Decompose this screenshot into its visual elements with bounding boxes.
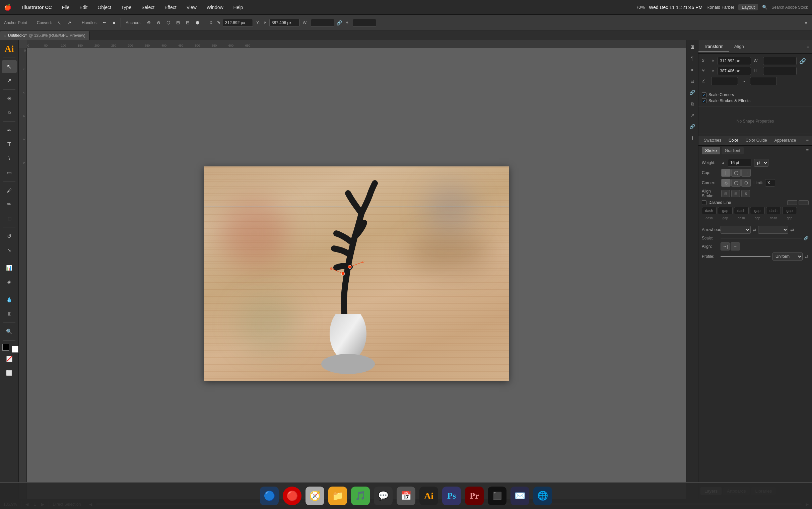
zoom-tool[interactable]: 🔍 bbox=[2, 325, 17, 338]
dock-messages[interactable]: 💬 bbox=[374, 486, 393, 505]
align-center-btn[interactable]: ⊟ bbox=[721, 190, 730, 197]
profile-select[interactable]: Uniform bbox=[773, 252, 803, 261]
convert-btn-2[interactable]: ↗ bbox=[65, 19, 73, 27]
artboard[interactable] bbox=[204, 166, 509, 381]
tab-align[interactable]: Align bbox=[729, 41, 749, 52]
chain-link-panel[interactable]: 🔗 bbox=[799, 58, 806, 64]
x-value-input[interactable] bbox=[717, 57, 751, 65]
stock-search[interactable]: Search Adobe Stock bbox=[772, 5, 808, 10]
tab-transform[interactable]: Transform bbox=[699, 41, 729, 52]
scale-strokes-checkbox[interactable]: ✓ bbox=[702, 98, 707, 103]
tab-gradient[interactable]: Gradient bbox=[721, 147, 744, 155]
anchor-btn-1[interactable]: ⊕ bbox=[145, 19, 153, 27]
menu-effect[interactable]: Effect bbox=[163, 4, 178, 11]
ai-logo-button[interactable]: Ai bbox=[2, 42, 17, 56]
dock-mail[interactable]: ✉️ bbox=[510, 486, 529, 505]
color-panel-menu[interactable]: ≡ bbox=[805, 136, 810, 145]
tab-color[interactable]: Color bbox=[725, 136, 742, 145]
gap-field-2[interactable]: gap bbox=[750, 207, 765, 214]
graph-tool[interactable]: 📊 bbox=[2, 261, 17, 275]
dash-pattern-icon-1[interactable] bbox=[787, 200, 797, 205]
eraser-tool[interactable]: ◻ bbox=[2, 212, 17, 225]
dock-terminal[interactable]: ⬛ bbox=[488, 486, 507, 505]
panel-icon-circle[interactable]: ● bbox=[688, 65, 697, 74]
dock-chrome[interactable]: 🔴 bbox=[283, 486, 302, 505]
paintbrush-tool[interactable]: 🖌 bbox=[2, 183, 17, 197]
dock-finder[interactable]: 🔵 bbox=[260, 486, 279, 505]
dash-field-2[interactable]: dash bbox=[734, 207, 749, 214]
corner-round-btn[interactable]: ◯ bbox=[731, 179, 741, 187]
anchor-btn-4[interactable]: ⊞ bbox=[174, 19, 182, 27]
weight-unit-select[interactable]: pt px bbox=[754, 159, 769, 167]
tab-swatches[interactable]: Swatches bbox=[701, 136, 724, 145]
menu-app-name[interactable]: Illustrator CC bbox=[20, 4, 54, 11]
handle-btn-1[interactable]: ✒ bbox=[101, 19, 108, 27]
dash-field-3[interactable]: dash bbox=[766, 207, 781, 214]
canvas-bg[interactable] bbox=[27, 48, 686, 499]
y-input[interactable] bbox=[269, 19, 300, 27]
canvas-area[interactable]: 0 50 100 150 200 250 300 350 400 450 500… bbox=[19, 40, 686, 499]
dash-field-1[interactable]: dash bbox=[702, 207, 716, 214]
rotate-tool[interactable]: ↺ bbox=[2, 229, 17, 243]
h-input[interactable] bbox=[353, 19, 376, 27]
pencil-tool[interactable]: ✏ bbox=[2, 198, 17, 211]
angle-input[interactable] bbox=[711, 77, 738, 85]
rp-menu-icon[interactable]: ≡ bbox=[804, 44, 812, 49]
menu-file[interactable]: File bbox=[60, 4, 72, 11]
dock-folder[interactable]: 📁 bbox=[328, 486, 347, 505]
dock-itunes[interactable]: 🎵 bbox=[351, 486, 370, 505]
tab-stroke[interactable]: Stroke bbox=[702, 147, 720, 155]
dock-illustrator[interactable]: Ai bbox=[419, 486, 438, 505]
align-outside-btn[interactable]: ⊠ bbox=[741, 190, 750, 197]
gradient-tool[interactable]: ◈ bbox=[2, 275, 17, 289]
dock-premiere[interactable]: Pr bbox=[465, 486, 484, 505]
fill-swatch[interactable] bbox=[2, 344, 9, 350]
type-tool[interactable]: T bbox=[2, 138, 17, 151]
antler-artwork[interactable] bbox=[304, 176, 405, 327]
convert-btn-1[interactable]: ↖ bbox=[55, 19, 63, 27]
panel-icon-transform[interactable]: ⊞ bbox=[688, 42, 697, 52]
shear-input[interactable] bbox=[750, 77, 777, 85]
sg-panel-menu[interactable]: ≡ bbox=[806, 147, 809, 155]
doc-tab-close-icon[interactable]: × bbox=[4, 34, 6, 37]
cap-round-btn[interactable]: ◯ bbox=[731, 169, 741, 177]
anchor-btn-3[interactable]: ⬡ bbox=[165, 19, 172, 27]
limit-input[interactable]: X bbox=[765, 179, 775, 186]
panel-icon-align[interactable]: ⊟ bbox=[688, 76, 697, 86]
dock-something[interactable]: 🌐 bbox=[533, 486, 552, 505]
panel-icon-text[interactable]: ¶ bbox=[688, 54, 697, 63]
weight-up-icon[interactable]: ▲ bbox=[721, 160, 725, 165]
lasso-tool[interactable]: ⌾ bbox=[2, 106, 17, 119]
dock-safari[interactable]: 🧭 bbox=[305, 486, 324, 505]
weight-input[interactable] bbox=[728, 159, 751, 167]
dash-pattern-icon-2[interactable] bbox=[799, 200, 809, 205]
menu-type[interactable]: Type bbox=[119, 4, 133, 11]
corner-bevel-btn[interactable]: ⬡ bbox=[741, 179, 751, 187]
anchor-btn-5[interactable]: ⊟ bbox=[184, 19, 192, 27]
gap-field-3[interactable]: gap bbox=[782, 207, 797, 214]
pen-tool[interactable]: ✒ bbox=[2, 124, 17, 137]
doc-tab-active[interactable]: × Untitled-1* @ 135.9% (RGB/GPU Preview) bbox=[0, 31, 90, 40]
h-value-input[interactable] bbox=[763, 67, 797, 75]
gap-field-1[interactable]: gap bbox=[718, 207, 733, 214]
artboard-tool[interactable]: ⬜ bbox=[2, 366, 17, 380]
handle-btn-2[interactable]: ■ bbox=[110, 19, 117, 27]
menu-window[interactable]: Window bbox=[205, 4, 226, 11]
panel-icon-layers[interactable]: ⧉ bbox=[688, 99, 697, 108]
menu-view[interactable]: View bbox=[184, 4, 199, 11]
w-input[interactable] bbox=[311, 19, 334, 27]
tab-color-guide[interactable]: Color Guide bbox=[742, 136, 771, 145]
cap-square-btn[interactable]: □ bbox=[741, 169, 751, 177]
arrowhead-options-icon[interactable]: ⇄ bbox=[790, 227, 794, 232]
dashed-line-checkbox[interactable] bbox=[702, 200, 707, 205]
w-value-input[interactable] bbox=[763, 57, 797, 65]
direct-selection-tool[interactable]: ↗ bbox=[2, 74, 17, 88]
arrow-swap-icon[interactable]: ⇄ bbox=[753, 227, 756, 232]
more-options-btn[interactable]: ≡ bbox=[803, 19, 809, 27]
scale-link-icon[interactable]: 🔗 bbox=[804, 236, 809, 240]
panel-icon-export[interactable]: ↗ bbox=[688, 110, 697, 120]
selection-tool[interactable]: ↖ bbox=[2, 60, 17, 73]
arrowhead-end-select[interactable]: — bbox=[758, 226, 788, 234]
align-inside-btn[interactable]: ⊞ bbox=[731, 190, 740, 197]
layout-button[interactable]: Layout bbox=[738, 4, 758, 10]
